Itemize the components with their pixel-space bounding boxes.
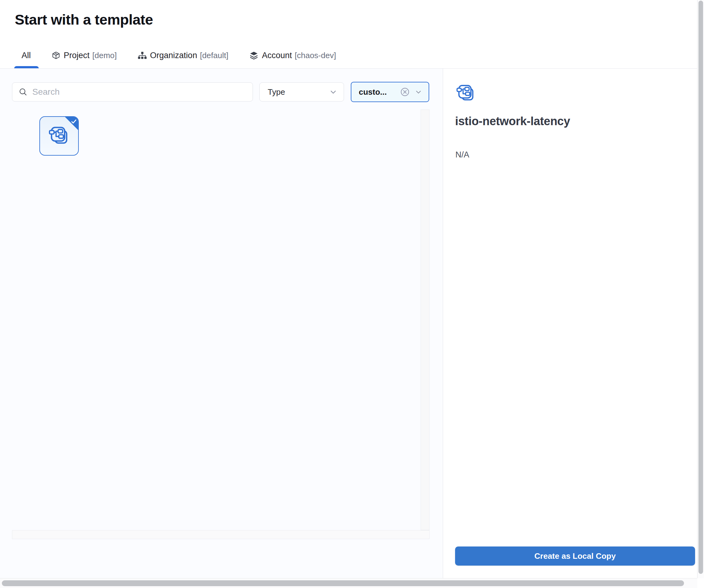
chevron-down-icon: [414, 88, 422, 96]
sitemap-icon: [138, 51, 147, 60]
tab-project[interactable]: Project [demo]: [52, 51, 117, 60]
template-grid: istio-network-latency: [12, 110, 429, 539]
search-input-wrapper: [12, 82, 253, 102]
template-details-panel: istio-network-latency N/A Create as Loca…: [443, 69, 697, 578]
tab-all-label: All: [21, 51, 31, 60]
template-card[interactable]: istio-network-latency: [39, 116, 79, 155]
tab-organization[interactable]: Organization [default]: [138, 51, 229, 60]
search-input[interactable]: [32, 87, 235, 97]
template-details-description: N/A: [455, 150, 469, 159]
cube-icon: [52, 51, 60, 60]
tab-account[interactable]: Account [chaos-dev]: [249, 51, 336, 60]
tab-organization-label: Organization: [150, 51, 197, 60]
window-vertical-scrollbar[interactable]: [697, 0, 704, 578]
grid-horizontal-scrollbar[interactable]: [12, 530, 429, 539]
horizontal-scrollbar-thumb[interactable]: [2, 580, 684, 586]
type-filter-dropdown[interactable]: Type: [259, 82, 344, 102]
chevron-down-icon: [329, 88, 338, 96]
search-icon: [18, 87, 28, 97]
create-as-local-copy-button[interactable]: Create as Local Copy: [455, 546, 695, 566]
tab-account-scope: [chaos-dev]: [295, 51, 336, 60]
template-stack-icon: [48, 125, 70, 147]
template-details-title: istio-network-latency: [455, 115, 570, 128]
start-with-template-dialog: Start with a template All Project [demo]: [0, 0, 704, 588]
page-title: Start with a template: [15, 11, 153, 28]
window-horizontal-scrollbar[interactable]: [0, 578, 697, 588]
tab-project-scope: [demo]: [92, 51, 117, 60]
scope-tabs: All Project [demo]: [21, 47, 336, 64]
layers-icon: [249, 51, 258, 60]
vertical-scrollbar-thumb[interactable]: [698, 1, 703, 574]
grid-vertical-scrollbar[interactable]: [421, 110, 429, 530]
tab-all[interactable]: All: [21, 51, 31, 60]
tab-project-label: Project: [64, 51, 90, 60]
scrollbar-corner: [697, 578, 704, 588]
tab-organization-scope: [default]: [200, 51, 229, 60]
template-stack-icon: [456, 83, 476, 103]
clear-filter-icon[interactable]: [400, 87, 410, 97]
tab-account-label: Account: [262, 51, 292, 60]
type-filter-label: Type: [268, 87, 329, 97]
scope-filter-dropdown[interactable]: custo...: [351, 82, 429, 102]
scope-filter-value: custo...: [359, 87, 400, 97]
